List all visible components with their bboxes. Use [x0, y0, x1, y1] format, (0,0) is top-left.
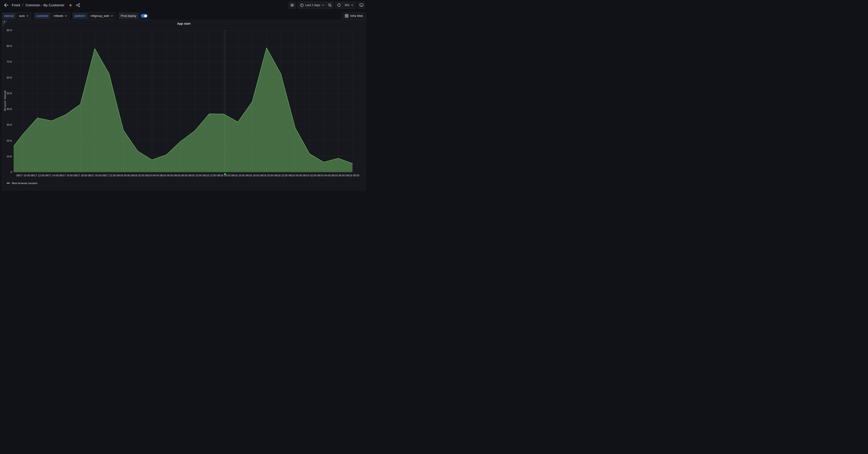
y-tick-label: 80 K — [2, 44, 12, 48]
x-tick-label: 08/17 22:00 — [102, 174, 116, 177]
prod-deploy-control: Prod deploy — [118, 12, 149, 19]
x-tick-label: 08/17 18:00 — [73, 174, 87, 177]
x-axis-tick-labels: 08/17 10:0008/17 12:0008/17 14:0008/17 1… — [13, 174, 356, 177]
chevron-down-icon — [322, 4, 324, 6]
refresh-group: 30s — [336, 2, 356, 9]
legend-item-new-browser-session[interactable]: New browser session — [6, 182, 37, 185]
infra-web-button[interactable]: Infra Web — [342, 12, 366, 20]
variable-interval-value[interactable]: auto — [17, 12, 31, 19]
infra-web-label: Infra Web — [350, 14, 363, 18]
refresh-interval-picker[interactable]: 30s — [342, 2, 356, 9]
time-range-picker[interactable]: Last 2 days — [298, 2, 327, 9]
x-tick-label: 08/18 00:00 — [117, 174, 130, 177]
share-dashboard-button[interactable] — [75, 2, 81, 8]
x-tick-label: 08/18 18:00 — [246, 174, 259, 177]
variable-platform-value[interactable]: m6group_web — [88, 12, 115, 19]
dashboard-variables-bar: interval auto customer m6web platform m6… — [0, 10, 368, 21]
variable-platform-label: platform — [72, 12, 88, 19]
x-tick-label: 08/19 06:00 — [331, 174, 345, 177]
clock-icon — [300, 3, 304, 7]
y-tick-label: 90 K — [2, 29, 12, 32]
x-tick-label: 08/18 06:00 — [159, 174, 173, 177]
x-tick-label: 08/18 02:00 — [131, 174, 145, 177]
chevron-down-icon — [111, 15, 113, 17]
x-tick-label: 08/19 02:00 — [303, 174, 316, 177]
breadcrumb-dashboard-title[interactable]: Common - By Customer — [26, 3, 64, 7]
y-tick-label: 10 K — [2, 155, 12, 158]
back-button[interactable] — [3, 2, 9, 8]
toolbar-right: Last 2 days 30s — [286, 2, 365, 9]
monitor-icon — [360, 3, 364, 7]
x-tick-label: 08/18 20:00 — [260, 174, 273, 177]
apps-grid-icon — [345, 14, 348, 18]
breadcrumb-folder[interactable]: Front — [12, 3, 20, 7]
x-tick-label: 08/18 08:00 — [174, 174, 187, 177]
variable-platform: platform m6group_web — [72, 12, 115, 19]
y-tick-label: 0 — [2, 171, 12, 174]
y-tick-label: 20 K — [2, 139, 12, 142]
gear-icon — [290, 3, 294, 7]
y-tick-label: 30 K — [2, 123, 12, 126]
y-axis-tick-labels: 010 K20 K30 K40 K50 K60 K70 K80 K90 K — [2, 30, 12, 172]
x-tick-label: 08/17 10:00 — [17, 174, 30, 177]
variable-interval-label: interval — [2, 12, 16, 19]
x-tick-label: 08/17 16:00 — [59, 174, 73, 177]
top-navigation-bar: Front / Common - By Customer ★ — [0, 0, 368, 10]
arrow-left-icon — [4, 3, 8, 7]
panel-title[interactable]: App start — [2, 22, 366, 25]
app-start-panel: i App start hit count / interval 010 K20… — [2, 20, 366, 190]
y-tick-label: 50 K — [2, 92, 12, 95]
share-icon — [76, 3, 80, 7]
variable-customer-selected: m6web — [54, 14, 63, 18]
x-tick-label: 08/18 10:00 — [188, 174, 202, 177]
x-tick-label: 08/18 14:00 — [217, 174, 230, 177]
y-tick-label: 70 K — [2, 60, 12, 63]
x-tick-label: 08/17 20:00 — [88, 174, 101, 177]
time-series-chart[interactable] — [13, 30, 356, 175]
x-tick-label: 08/19 08:00 — [346, 174, 359, 177]
series-area-fill — [13, 48, 352, 172]
x-tick-label: 08/19 04:00 — [317, 174, 331, 177]
y-tick-label: 40 K — [2, 108, 12, 111]
prod-deploy-toggle[interactable] — [139, 12, 149, 19]
prod-deploy-label: Prod deploy — [118, 12, 139, 19]
y-tick-label: 60 K — [2, 76, 12, 79]
refresh-button[interactable] — [336, 2, 343, 9]
zoom-out-time-button[interactable] — [327, 2, 333, 9]
variable-customer: customer m6web — [34, 12, 69, 19]
x-tick-label: 08/18 04:00 — [145, 174, 159, 177]
time-picker-group: Last 2 days — [298, 2, 333, 9]
variable-customer-label: customer — [34, 12, 51, 19]
toggle-knob — [144, 14, 147, 17]
legend-series-label: New browser session — [12, 182, 37, 185]
chevron-down-icon — [351, 4, 353, 6]
chevron-down-icon — [65, 15, 67, 17]
variable-interval-selected: auto — [19, 14, 25, 18]
refresh-icon — [337, 3, 341, 7]
refresh-interval-label: 30s — [345, 3, 349, 7]
x-tick-label: 08/18 22:00 — [274, 174, 288, 177]
x-tick-label: 08/19 00:00 — [288, 174, 302, 177]
tv-kiosk-mode-button[interactable] — [358, 2, 365, 9]
x-tick-label: 08/17 12:00 — [31, 174, 44, 177]
breadcrumb: Front / Common - By Customer — [12, 3, 64, 7]
x-tick-label: 08/18 12:00 — [203, 174, 216, 177]
variable-platform-selected: m6group_web — [91, 14, 109, 18]
magnifier-minus-icon — [328, 3, 332, 7]
star-icon: ★ — [69, 3, 72, 8]
time-range-label: Last 2 days — [305, 3, 320, 7]
variable-customer-value[interactable]: m6web — [51, 12, 69, 19]
x-tick-label: 08/17 14:00 — [45, 174, 59, 177]
variable-interval: interval auto — [2, 12, 31, 19]
chevron-down-icon — [27, 15, 29, 17]
x-tick-label: 08/18 16:00 — [231, 174, 245, 177]
breadcrumb-separator: / — [22, 3, 23, 7]
toggle-switch — [141, 14, 148, 18]
dashboard-settings-button[interactable] — [289, 2, 296, 9]
legend-series-swatch — [6, 183, 10, 184]
favorite-star-button[interactable]: ★ — [67, 2, 74, 8]
